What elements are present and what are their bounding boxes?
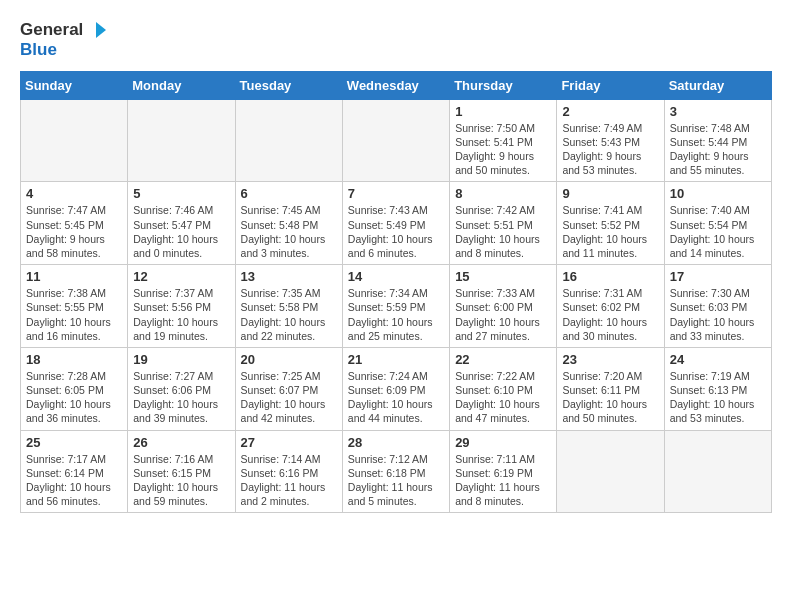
calendar-cell: 11Sunrise: 7:38 AMSunset: 5:55 PMDayligh… [21, 265, 128, 348]
day-info: Sunrise: 7:27 AMSunset: 6:06 PMDaylight:… [133, 369, 229, 426]
day-number: 9 [562, 186, 658, 201]
calendar-cell: 5Sunrise: 7:46 AMSunset: 5:47 PMDaylight… [128, 182, 235, 265]
day-info: Sunrise: 7:31 AMSunset: 6:02 PMDaylight:… [562, 286, 658, 343]
day-info: Sunrise: 7:20 AMSunset: 6:11 PMDaylight:… [562, 369, 658, 426]
day-info: Sunrise: 7:14 AMSunset: 6:16 PMDaylight:… [241, 452, 337, 509]
day-number: 8 [455, 186, 551, 201]
day-number: 10 [670, 186, 766, 201]
day-number: 1 [455, 104, 551, 119]
day-number: 17 [670, 269, 766, 284]
day-info: Sunrise: 7:48 AMSunset: 5:44 PMDaylight:… [670, 121, 766, 178]
calendar-cell: 2Sunrise: 7:49 AMSunset: 5:43 PMDaylight… [557, 99, 664, 182]
calendar-cell: 8Sunrise: 7:42 AMSunset: 5:51 PMDaylight… [450, 182, 557, 265]
day-info: Sunrise: 7:46 AMSunset: 5:47 PMDaylight:… [133, 203, 229, 260]
calendar-cell [557, 430, 664, 513]
day-number: 12 [133, 269, 229, 284]
calendar-cell: 26Sunrise: 7:16 AMSunset: 6:15 PMDayligh… [128, 430, 235, 513]
day-info: Sunrise: 7:40 AMSunset: 5:54 PMDaylight:… [670, 203, 766, 260]
day-info: Sunrise: 7:38 AMSunset: 5:55 PMDaylight:… [26, 286, 122, 343]
day-number: 11 [26, 269, 122, 284]
calendar-cell: 24Sunrise: 7:19 AMSunset: 6:13 PMDayligh… [664, 347, 771, 430]
calendar-cell: 18Sunrise: 7:28 AMSunset: 6:05 PMDayligh… [21, 347, 128, 430]
day-info: Sunrise: 7:45 AMSunset: 5:48 PMDaylight:… [241, 203, 337, 260]
day-number: 5 [133, 186, 229, 201]
calendar-table: SundayMondayTuesdayWednesdayThursdayFrid… [20, 71, 772, 513]
day-info: Sunrise: 7:34 AMSunset: 5:59 PMDaylight:… [348, 286, 444, 343]
calendar-cell [235, 99, 342, 182]
calendar-cell: 9Sunrise: 7:41 AMSunset: 5:52 PMDaylight… [557, 182, 664, 265]
calendar-week-5: 25Sunrise: 7:17 AMSunset: 6:14 PMDayligh… [21, 430, 772, 513]
day-info: Sunrise: 7:49 AMSunset: 5:43 PMDaylight:… [562, 121, 658, 178]
day-number: 15 [455, 269, 551, 284]
calendar-cell: 15Sunrise: 7:33 AMSunset: 6:00 PMDayligh… [450, 265, 557, 348]
calendar-cell: 1Sunrise: 7:50 AMSunset: 5:41 PMDaylight… [450, 99, 557, 182]
day-info: Sunrise: 7:47 AMSunset: 5:45 PMDaylight:… [26, 203, 122, 260]
weekday-header-wednesday: Wednesday [342, 71, 449, 99]
calendar-cell [128, 99, 235, 182]
weekday-header-monday: Monday [128, 71, 235, 99]
day-info: Sunrise: 7:17 AMSunset: 6:14 PMDaylight:… [26, 452, 122, 509]
day-info: Sunrise: 7:35 AMSunset: 5:58 PMDaylight:… [241, 286, 337, 343]
weekday-header-thursday: Thursday [450, 71, 557, 99]
weekday-header-friday: Friday [557, 71, 664, 99]
calendar-cell [664, 430, 771, 513]
day-number: 23 [562, 352, 658, 367]
day-info: Sunrise: 7:24 AMSunset: 6:09 PMDaylight:… [348, 369, 444, 426]
calendar-cell [342, 99, 449, 182]
page-header: General Blue [20, 20, 772, 61]
calendar-cell: 4Sunrise: 7:47 AMSunset: 5:45 PMDaylight… [21, 182, 128, 265]
day-number: 7 [348, 186, 444, 201]
day-number: 16 [562, 269, 658, 284]
day-number: 18 [26, 352, 122, 367]
day-info: Sunrise: 7:42 AMSunset: 5:51 PMDaylight:… [455, 203, 551, 260]
day-info: Sunrise: 7:12 AMSunset: 6:18 PMDaylight:… [348, 452, 444, 509]
calendar-cell: 6Sunrise: 7:45 AMSunset: 5:48 PMDaylight… [235, 182, 342, 265]
day-info: Sunrise: 7:11 AMSunset: 6:19 PMDaylight:… [455, 452, 551, 509]
day-number: 3 [670, 104, 766, 119]
day-number: 29 [455, 435, 551, 450]
day-number: 6 [241, 186, 337, 201]
day-number: 21 [348, 352, 444, 367]
svg-marker-0 [96, 22, 106, 38]
calendar-cell: 12Sunrise: 7:37 AMSunset: 5:56 PMDayligh… [128, 265, 235, 348]
logo: General Blue [20, 20, 106, 61]
calendar-cell: 13Sunrise: 7:35 AMSunset: 5:58 PMDayligh… [235, 265, 342, 348]
day-number: 25 [26, 435, 122, 450]
logo-bird-icon [86, 20, 106, 40]
day-info: Sunrise: 7:30 AMSunset: 6:03 PMDaylight:… [670, 286, 766, 343]
weekday-header-saturday: Saturday [664, 71, 771, 99]
calendar-cell: 28Sunrise: 7:12 AMSunset: 6:18 PMDayligh… [342, 430, 449, 513]
calendar-cell: 23Sunrise: 7:20 AMSunset: 6:11 PMDayligh… [557, 347, 664, 430]
day-number: 13 [241, 269, 337, 284]
day-info: Sunrise: 7:43 AMSunset: 5:49 PMDaylight:… [348, 203, 444, 260]
calendar-cell: 27Sunrise: 7:14 AMSunset: 6:16 PMDayligh… [235, 430, 342, 513]
weekday-header-sunday: Sunday [21, 71, 128, 99]
day-info: Sunrise: 7:28 AMSunset: 6:05 PMDaylight:… [26, 369, 122, 426]
day-info: Sunrise: 7:50 AMSunset: 5:41 PMDaylight:… [455, 121, 551, 178]
day-number: 27 [241, 435, 337, 450]
day-info: Sunrise: 7:41 AMSunset: 5:52 PMDaylight:… [562, 203, 658, 260]
day-number: 26 [133, 435, 229, 450]
day-number: 20 [241, 352, 337, 367]
day-number: 24 [670, 352, 766, 367]
calendar-cell: 3Sunrise: 7:48 AMSunset: 5:44 PMDaylight… [664, 99, 771, 182]
calendar-cell: 14Sunrise: 7:34 AMSunset: 5:59 PMDayligh… [342, 265, 449, 348]
calendar-cell [21, 99, 128, 182]
calendar-cell: 16Sunrise: 7:31 AMSunset: 6:02 PMDayligh… [557, 265, 664, 348]
day-info: Sunrise: 7:37 AMSunset: 5:56 PMDaylight:… [133, 286, 229, 343]
calendar-week-1: 1Sunrise: 7:50 AMSunset: 5:41 PMDaylight… [21, 99, 772, 182]
logo-text-blue: Blue [20, 40, 106, 60]
day-info: Sunrise: 7:33 AMSunset: 6:00 PMDaylight:… [455, 286, 551, 343]
day-info: Sunrise: 7:19 AMSunset: 6:13 PMDaylight:… [670, 369, 766, 426]
calendar-cell: 22Sunrise: 7:22 AMSunset: 6:10 PMDayligh… [450, 347, 557, 430]
day-info: Sunrise: 7:25 AMSunset: 6:07 PMDaylight:… [241, 369, 337, 426]
calendar-week-4: 18Sunrise: 7:28 AMSunset: 6:05 PMDayligh… [21, 347, 772, 430]
calendar-cell: 25Sunrise: 7:17 AMSunset: 6:14 PMDayligh… [21, 430, 128, 513]
calendar-cell: 17Sunrise: 7:30 AMSunset: 6:03 PMDayligh… [664, 265, 771, 348]
day-number: 22 [455, 352, 551, 367]
calendar-cell: 10Sunrise: 7:40 AMSunset: 5:54 PMDayligh… [664, 182, 771, 265]
weekday-header-tuesday: Tuesday [235, 71, 342, 99]
day-number: 2 [562, 104, 658, 119]
calendar-cell: 20Sunrise: 7:25 AMSunset: 6:07 PMDayligh… [235, 347, 342, 430]
day-number: 4 [26, 186, 122, 201]
